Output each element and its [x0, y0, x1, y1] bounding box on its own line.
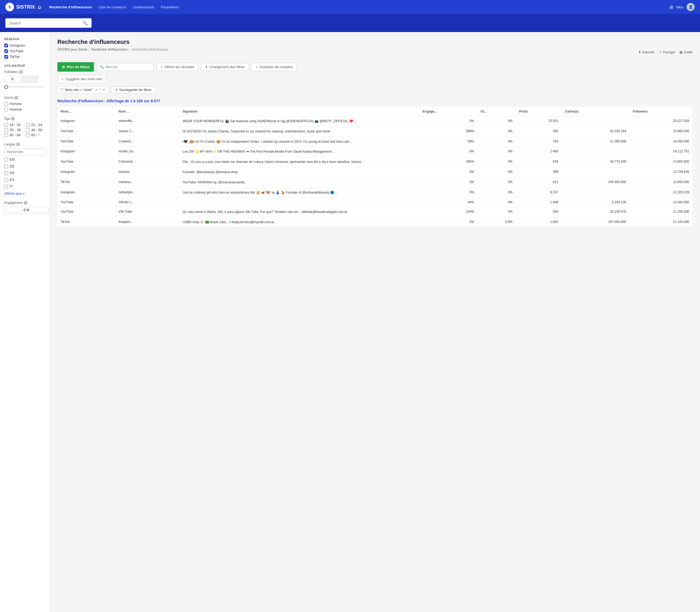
col-signature[interactable]: Signature: [179, 107, 419, 116]
instagram-checkbox[interactable]: [4, 44, 8, 47]
femme-checkbox[interactable]: [4, 102, 8, 106]
filter-help-icon[interactable]: ?: [99, 88, 101, 92]
age-60-64[interactable]: 60 - 64: [4, 133, 24, 137]
age-21-24[interactable]: 21 - 24: [26, 123, 45, 127]
cell-nom[interactable]: Viih Tube: [115, 207, 179, 217]
genre-help-icon[interactable]: ?: [14, 96, 18, 100]
network-youtube[interactable]: YouTube: [4, 49, 45, 53]
col-jaimes[interactable]: J'aime(s): [561, 107, 629, 116]
cell-followers: 13.709.845: [629, 167, 692, 177]
logo[interactable]: S SISTRIX ⌕: [5, 3, 41, 11]
lang-de-checkbox[interactable]: [4, 165, 8, 168]
save-filter-button[interactable]: ⬆ Sauvegarder les filtres: [111, 86, 155, 94]
breadcrumb-item-0[interactable]: SISTRIX pour Social: [57, 48, 87, 52]
lang-en[interactable]: EN: [4, 157, 45, 162]
edit-icon[interactable]: ✏: [95, 88, 98, 92]
langue-help-icon[interactable]: ?: [16, 142, 20, 146]
col-posts[interactable]: Posts: [516, 107, 561, 116]
close-icon[interactable]: ✕: [102, 88, 105, 92]
nav-item-parametres[interactable]: Paramètres: [161, 5, 179, 9]
lang-es[interactable]: ES: [4, 178, 45, 182]
cell-nom[interactable]: Crescend...: [115, 157, 179, 167]
lang-fr[interactable]: FR: [4, 171, 45, 175]
cell-nom[interactable]: sheinoffic...: [115, 116, 179, 127]
cell-nom[interactable]: James C...: [115, 126, 179, 137]
followers-max-input[interactable]: [22, 76, 38, 82]
age-40-59[interactable]: 40 - 59: [26, 128, 45, 132]
age-65-plus-checkbox[interactable]: [26, 133, 30, 137]
partager-button[interactable]: ↗ Partager: [659, 50, 675, 54]
breadcrumb-item-1[interactable]: Recherche d'influenceurs: [91, 48, 128, 52]
col-engagement[interactable]: Engage...: [419, 107, 477, 116]
followers-range-slider[interactable]: [4, 86, 45, 87]
cell-gr: 0%: [477, 207, 516, 217]
lang-it-checkbox[interactable]: [4, 185, 8, 189]
homme-checkbox[interactable]: [4, 108, 8, 111]
breadcrumb: SISTRIX pour Social › Recherche d'influe…: [57, 48, 168, 52]
analyses-button[interactable]: + Analyses de comptes: [251, 63, 297, 71]
filter-tag-shein: ⛉ Mots-clés = "shein" ✏ ? ✕: [57, 86, 108, 94]
share-icon: ↗: [659, 50, 661, 54]
col-reseau[interactable]: Rése...: [57, 107, 115, 116]
nav-item-recherche[interactable]: Recherche d'influenceurs: [49, 5, 92, 9]
lang-it[interactable]: IT: [4, 184, 45, 189]
suggerer-button[interactable]: + Suggérer des mots-clés: [57, 75, 106, 83]
chargement-button[interactable]: ⬆ Chargement des filtres: [201, 63, 249, 71]
age-21-24-checkbox[interactable]: [26, 123, 30, 127]
search-input[interactable]: [9, 21, 80, 25]
engagement-label: Engagement ?: [4, 201, 45, 205]
lang-en-checkbox[interactable]: [4, 158, 8, 162]
cell-signature: Oi, meu nome é Vitória, Viih, e para alg…: [179, 207, 419, 217]
affiner-button[interactable]: + Affiner les résultats: [156, 63, 198, 71]
genre-homme[interactable]: Homme: [4, 108, 45, 111]
followers-help-icon[interactable]: ?: [19, 70, 23, 74]
age-25-39[interactable]: 25 - 39: [4, 128, 24, 132]
show-more-button[interactable]: Afficher plus ∨: [4, 192, 25, 195]
age-25-39-checkbox[interactable]: [4, 128, 8, 132]
grid-icon[interactable]: ⊞: [670, 4, 673, 10]
lang-de[interactable]: DE: [4, 164, 45, 168]
homme-label: Homme: [10, 108, 22, 111]
cell-nom[interactable]: Alfredo L...: [115, 198, 179, 207]
nav-item-liste[interactable]: Liste de créateurs: [98, 5, 126, 9]
age-18-20[interactable]: 18 - 20: [4, 123, 24, 127]
keyword-input[interactable]: [106, 65, 151, 69]
youtube-checkbox[interactable]: [4, 49, 8, 53]
cell-reseau: TikTok: [57, 217, 115, 227]
network-instagram[interactable]: Instagram: [4, 43, 45, 47]
main-nav: Recherche d'influenceurs Liste de créate…: [49, 5, 670, 9]
col-followers[interactable]: Followers: [629, 107, 692, 116]
engagement-min-input[interactable]: [4, 207, 48, 213]
nav-item-leaderboards[interactable]: Leaderboards: [133, 5, 154, 9]
cell-nom[interactable]: mariana...: [115, 177, 179, 187]
lang-fr-checkbox[interactable]: [4, 171, 8, 175]
cell-nom[interactable]: CookieS...: [115, 137, 179, 147]
followers-min-input[interactable]: [4, 76, 20, 82]
age-40-59-checkbox[interactable]: [26, 128, 30, 132]
cell-nom[interactable]: keniaos: [115, 167, 179, 177]
cell-followers: 19.500.000: [629, 137, 692, 147]
cell-followers: 12.326.229: [629, 187, 692, 198]
cell-followers: 11.200.000: [629, 207, 692, 217]
guide-button[interactable]: ▦ Guide: [680, 50, 692, 54]
export-button[interactable]: ⬆ Exporter: [638, 50, 655, 54]
lang-es-checkbox[interactable]: [4, 178, 8, 182]
cell-nom[interactable]: nohastyle...: [115, 187, 179, 198]
cell-nom[interactable]: thatyferr...: [115, 217, 179, 227]
filter-tag-label: Mots-clés = "shein": [65, 88, 93, 92]
network-tiktok[interactable]: TikTok: [4, 55, 45, 59]
genre-femme[interactable]: Femme: [4, 102, 45, 106]
age-18-20-checkbox[interactable]: [4, 123, 8, 127]
age-help-icon[interactable]: ?: [11, 117, 15, 121]
cell-nom[interactable]: model_roz: [115, 147, 179, 157]
col-nom[interactable]: Nom ...: [115, 107, 179, 116]
tiktok-checkbox[interactable]: [4, 55, 8, 59]
engagement-help-icon[interactable]: ?: [24, 201, 27, 205]
langue-search-input[interactable]: [4, 148, 45, 155]
user-name[interactable]: Nico: [676, 5, 683, 9]
avatar[interactable]: 👤: [687, 3, 695, 11]
col-gr[interactable]: Gr...: [477, 107, 516, 116]
age-60-64-checkbox[interactable]: [4, 133, 8, 137]
age-65-plus[interactable]: 65 - *: [26, 133, 45, 137]
plus-filtres-button[interactable]: ⊕ Plus de filtres: [57, 62, 94, 72]
